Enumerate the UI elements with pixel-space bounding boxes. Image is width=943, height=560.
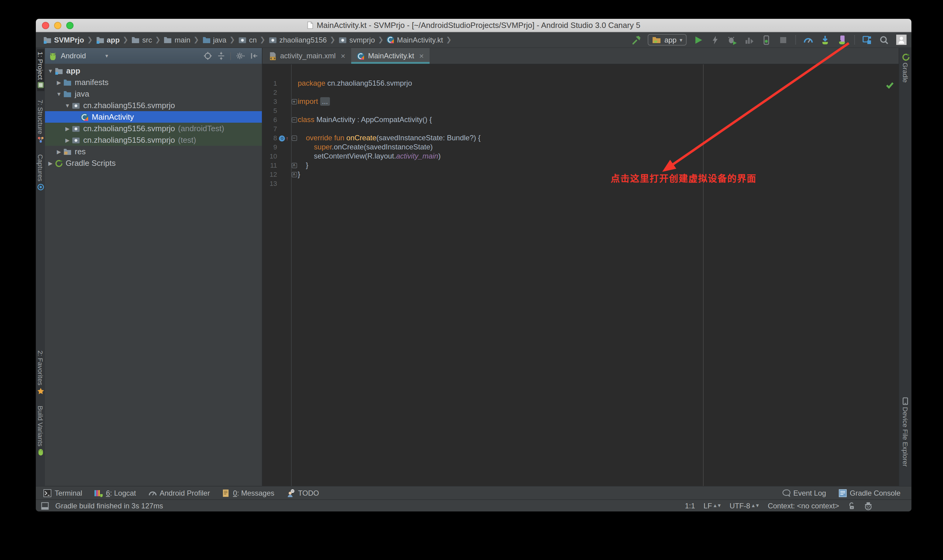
locate-file-icon[interactable] — [203, 52, 212, 60]
line-number: 11 — [262, 161, 277, 170]
toolbar-debug-button[interactable] — [727, 34, 738, 45]
hide-panel-icon[interactable] — [250, 52, 258, 60]
tab-activity-main-xml[interactable]: activity_main.xml✕ — [264, 48, 351, 64]
unlock-icon[interactable] — [847, 502, 855, 510]
collapse-all-icon[interactable] — [217, 52, 225, 60]
toolbar-sdk-manager-button[interactable] — [820, 34, 831, 45]
run-configuration-dropdown[interactable]: app▾ — [648, 34, 687, 46]
tree-row-res[interactable]: ▶res — [45, 146, 262, 157]
breadcrumb-item-src[interactable]: src — [131, 35, 152, 44]
chevron-right-icon[interactable]: ▶ — [46, 160, 55, 166]
tool-stripe-gradle[interactable]: Gradle — [901, 51, 909, 85]
titlebar[interactable]: MainActivity.kt - SVMPrjo - [~/AndroidSt… — [36, 19, 911, 32]
code-editor[interactable]: 1package cn.zhaoliang5156.svmprjo23+impo… — [262, 65, 899, 486]
toolbar-avatar-button[interactable] — [895, 34, 906, 45]
tool-stripe-1-project[interactable]: 1: Project — [37, 49, 44, 91]
breadcrumb-item-mainactivity-kt[interactable]: MainActivity.kt — [387, 35, 443, 44]
breadcrumb-item-zhaoliang5156[interactable]: zhaoliang5156 — [268, 35, 327, 44]
toolbar-android-profiler-button[interactable] — [803, 34, 814, 45]
tool-stripe-label: Gradle — [902, 63, 909, 83]
fold-collapse-icon[interactable]: ˄ — [291, 163, 297, 168]
tool-stripe-build-variants[interactable]: Build Variants — [37, 403, 44, 458]
tool-stripe-2-favorites[interactable]: 2: Favorites — [37, 348, 44, 397]
chevron-right-icon[interactable]: ▶ — [63, 125, 72, 131]
breadcrumb-item-main[interactable]: main — [164, 35, 191, 44]
todo-icon — [287, 489, 295, 497]
toolbar-stop-button[interactable] — [778, 34, 789, 45]
chevron-down-icon[interactable]: ▼ — [63, 102, 72, 108]
tool-stripe-captures[interactable]: Captures — [37, 152, 44, 193]
tool-stripe-7-structure[interactable]: 7: Structure — [37, 97, 44, 146]
toolbar-project-structure-button[interactable] — [861, 34, 872, 45]
close-tab-icon[interactable]: ✕ — [419, 52, 424, 59]
tree-row-cn-zhaoliang5156-svmprjo-test[interactable]: ▶cn.zhaoliang5156.svmprjo(test) — [45, 134, 262, 146]
overrides-method-icon[interactable]: o — [279, 135, 285, 141]
chevron-down-icon[interactable]: ▼ — [55, 91, 63, 97]
toolbar-attach-debugger-button[interactable] — [761, 34, 772, 45]
zoom-window-icon[interactable] — [66, 22, 74, 29]
toolwindow-button-todo[interactable]: TODO — [287, 489, 319, 497]
breadcrumb-item-svmprjo[interactable]: svmprjo — [339, 35, 375, 44]
tool-window-bar: Terminal6: LogcatAndroid Profiler0: Mess… — [36, 486, 911, 499]
breadcrumb-item-java[interactable]: java — [202, 35, 227, 44]
toolwindow-button-label: Gradle Console — [850, 489, 900, 497]
toolwindow-button-terminal[interactable]: Terminal — [43, 489, 82, 497]
line-separator-selector[interactable]: LF▲▼ — [704, 502, 721, 510]
encoding-selector[interactable]: UTF-8▲▼ — [729, 502, 759, 510]
inspections-ok-icon[interactable] — [886, 80, 894, 91]
fold-collapse-icon[interactable]: − — [291, 117, 297, 123]
tree-row-gradle-scripts[interactable]: ▶Gradle Scripts — [45, 157, 262, 169]
toolbar-search-everywhere-button[interactable] — [878, 34, 889, 45]
toolwindow-button-label: Terminal — [55, 489, 82, 497]
toolwindow-button-event-log[interactable]: Event Log — [782, 489, 826, 497]
toolbar-separator — [854, 35, 855, 44]
toolbar-run-button[interactable] — [693, 34, 704, 45]
line-number: 5 — [262, 106, 277, 115]
breadcrumb-item-svmprjo[interactable]: SVMPrjo — [43, 35, 84, 44]
caret-position[interactable]: 1:1 — [685, 502, 695, 510]
minimize-window-icon[interactable] — [54, 22, 62, 29]
tree-row-app[interactable]: ▼app — [45, 65, 262, 77]
fold-expand-icon[interactable]: + — [291, 99, 297, 105]
tab-label: activity_main.xml — [280, 52, 336, 60]
chevron-right-icon[interactable]: ▶ — [55, 149, 63, 155]
tree-row-java[interactable]: ▼java — [45, 88, 262, 100]
close-tab-icon[interactable]: ✕ — [341, 52, 346, 59]
toolbar-apply-changes-button[interactable] — [710, 34, 721, 45]
toolwindow-button-0-messages[interactable]: 0: Messages — [222, 489, 274, 497]
build-hammer-icon — [632, 35, 641, 45]
breadcrumb-item-app[interactable]: app — [96, 35, 120, 44]
toolwindow-button-6-logcat[interactable]: 6: Logcat — [94, 489, 136, 497]
settings-gear-icon[interactable] — [236, 52, 245, 60]
context-indicator: Context: <no context> — [768, 502, 839, 510]
toolbar-build-hammer-button[interactable] — [631, 34, 642, 45]
tab-mainactivity-kt[interactable]: MainActivity.kt✕ — [351, 48, 430, 64]
tree-row-mainactivity[interactable]: MainActivity — [45, 111, 262, 123]
fold-collapse-icon[interactable]: − — [291, 135, 297, 141]
toolwindow-toggle-icon[interactable] — [41, 502, 49, 510]
breadcrumb-item-cn[interactable]: cn — [238, 35, 257, 44]
toolwindow-button-gradle-console[interactable]: Gradle Console — [838, 489, 900, 497]
fold-collapse-icon[interactable]: ˄ — [291, 172, 297, 177]
line-number: 10 — [262, 152, 277, 161]
updown-arrows-icon: ▲▼ — [751, 503, 759, 508]
tree-row-cn-zhaoliang5156-svmprjo-androidtest[interactable]: ▶cn.zhaoliang5156.svmprjo(androidTest) — [45, 123, 262, 134]
toolwindow-button-label: 0: Messages — [233, 489, 274, 497]
tree-row-cn-zhaoliang5156-svmprjo[interactable]: ▼cn.zhaoliang5156.svmprjo — [45, 100, 262, 111]
toolwindow-button-android-profiler[interactable]: Android Profiler — [148, 489, 210, 497]
annotation-text: 点击这里打开创建虚拟设备的界面 — [611, 171, 757, 184]
chevron-right-icon[interactable]: ▶ — [63, 137, 72, 143]
code-text: class MainActivity : AppCompatActivity()… — [298, 115, 432, 125]
code-token: onCreate — [346, 134, 376, 142]
project-view-selector[interactable]: Android — [61, 52, 86, 60]
toolbar-avd-manager-button[interactable] — [837, 34, 847, 45]
line-number: 3 — [262, 97, 277, 106]
tool-stripe-device-file-explorer[interactable]: Device File Explorer — [902, 394, 909, 469]
chevron-down-icon[interactable]: ▼ — [46, 68, 55, 74]
toolbar-profile-button[interactable] — [744, 34, 755, 45]
close-window-icon[interactable] — [42, 22, 49, 29]
chevron-right-icon[interactable]: ▶ — [55, 79, 63, 85]
tree-item-label: res — [75, 147, 86, 156]
hector-inspector-icon[interactable] — [864, 502, 872, 510]
tree-row-manifests[interactable]: ▶manifests — [45, 77, 262, 88]
